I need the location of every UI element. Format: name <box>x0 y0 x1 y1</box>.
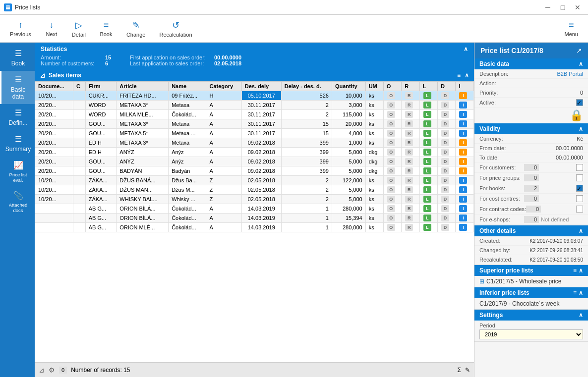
validity-section-header[interactable]: Validity ∧ <box>474 123 588 134</box>
l-btn[interactable]: L <box>423 158 431 165</box>
period-select[interactable]: 2019 2018 2017 <box>479 329 583 339</box>
r-btn[interactable]: R <box>405 215 413 221</box>
table-row[interactable]: 10/20... ZÁKA... DŽUS BANÁ... Džus Ba...… <box>35 176 474 185</box>
d-btn[interactable]: D <box>441 215 449 221</box>
d-btn[interactable]: D <box>441 149 449 156</box>
l-btn[interactable]: L <box>423 120 431 127</box>
sidebar-item-price-list-eval[interactable]: 📈 Price listeval. <box>0 157 35 187</box>
i-btn[interactable]: I <box>459 224 467 231</box>
sidebar-item-summary[interactable]: ☰ Summary <box>0 130 35 157</box>
l-btn[interactable]: L <box>423 177 431 184</box>
o-btn[interactable]: O <box>387 149 395 156</box>
l-btn[interactable]: L <box>423 215 431 221</box>
i-btn[interactable]: I <box>459 92 467 99</box>
table-row[interactable]: 20/20... GOU... METAXA 3* Metaxa A 30.11… <box>35 119 474 129</box>
table-row[interactable]: 20/20... WORD MILKA MLÉ... Čokolád... A … <box>35 110 474 119</box>
table-row[interactable]: 10/20... CUKR... FRITÉZA HD... 09 Fritéz… <box>35 91 474 101</box>
i-btn[interactable]: I <box>459 149 467 156</box>
sidebar-item-defin[interactable]: ☰ Defin... <box>0 104 35 130</box>
i-btn[interactable]: I <box>459 130 467 137</box>
d-btn[interactable]: D <box>441 102 449 108</box>
r-btn[interactable]: R <box>405 130 413 137</box>
table-row[interactable]: 20/20... WORD METAXA 3* Metaxa A 30.11.2… <box>35 101 474 110</box>
sum-icon[interactable]: Σ <box>458 367 461 374</box>
d-btn[interactable]: D <box>441 177 449 184</box>
l-btn[interactable]: L <box>423 102 431 108</box>
l-btn[interactable]: L <box>423 196 431 203</box>
d-btn[interactable]: D <box>441 120 449 127</box>
previous-button[interactable]: ↑ Previous <box>4 18 37 39</box>
r-btn[interactable]: R <box>405 205 413 212</box>
d-btn[interactable]: D <box>441 92 449 99</box>
r-btn[interactable]: R <box>405 196 413 203</box>
o-btn[interactable]: O <box>387 92 395 99</box>
for-customers-checkbox[interactable] <box>576 164 583 171</box>
superior-list-item[interactable]: ⊞ C1/2017/5 - Wholesale price <box>474 276 588 287</box>
i-btn[interactable]: I <box>459 139 467 146</box>
sales-items-menu-btn[interactable]: ≡ <box>457 72 461 79</box>
sidebar-item-attached-docs[interactable]: 📎 Attacheddocs <box>0 187 35 217</box>
r-btn[interactable]: R <box>405 111 413 118</box>
active-checkbox[interactable]: ✓ <box>576 99 583 106</box>
i-btn[interactable]: I <box>459 111 467 118</box>
d-btn[interactable]: D <box>441 130 449 137</box>
o-btn[interactable]: O <box>387 139 395 146</box>
i-btn[interactable]: I <box>459 205 467 212</box>
o-btn[interactable]: O <box>387 158 395 165</box>
o-btn[interactable]: O <box>387 224 395 231</box>
i-btn[interactable]: I <box>459 177 467 184</box>
menu-button[interactable]: ≡ Menu <box>558 18 584 39</box>
d-btn[interactable]: D <box>441 167 449 174</box>
o-btn[interactable]: O <box>387 196 395 203</box>
i-btn[interactable]: I <box>459 215 467 221</box>
basic-data-section-header[interactable]: Basic data ∧ <box>474 58 588 69</box>
table-row[interactable]: 20/20... GOU... METAXA 5* Metaxa ... A 3… <box>35 129 474 138</box>
settings-section-header[interactable]: Settings ∧ <box>474 310 588 321</box>
r-btn[interactable]: R <box>405 139 413 146</box>
r-btn[interactable]: R <box>405 149 413 156</box>
close-btn[interactable]: ✕ <box>571 2 584 12</box>
table-row[interactable]: AB G... ORION MLÉ... Čokolád... A 14.03.… <box>35 223 474 232</box>
recalculation-button[interactable]: ↺ Recalculation <box>153 18 198 40</box>
table-row[interactable]: AB G... ORION BÍLÁ... Čokolád... A 14.03… <box>35 214 474 223</box>
l-btn[interactable]: L <box>423 149 431 156</box>
i-btn[interactable]: I <box>459 167 467 174</box>
i-btn[interactable]: I <box>459 186 467 193</box>
for-books-checkbox[interactable]: ✓ <box>576 185 583 192</box>
inferior-lists-header[interactable]: Inferior price lists ≡ ∧ <box>474 287 588 298</box>
o-btn[interactable]: O <box>387 111 395 118</box>
table-row[interactable]: 20/20... ED H METAXA 3* Metaxa A 09.02.2… <box>35 138 474 148</box>
other-details-section-header[interactable]: Other details ∧ <box>474 225 588 236</box>
o-btn[interactable]: O <box>387 186 395 193</box>
l-btn[interactable]: L <box>423 205 431 212</box>
l-btn[interactable]: L <box>423 139 431 146</box>
d-btn[interactable]: D <box>441 205 449 212</box>
next-button[interactable]: ↓ Next <box>39 18 64 39</box>
l-btn[interactable]: L <box>423 186 431 193</box>
d-btn[interactable]: D <box>441 158 449 165</box>
d-btn[interactable]: D <box>441 186 449 193</box>
sidebar-item-book[interactable]: ☰ Book <box>0 45 35 71</box>
settings-status-icon[interactable]: ⚙ <box>49 366 55 374</box>
table-row[interactable]: 20/20... GOU... ANÝZ Anýz A 09.02.2018 3… <box>35 157 474 166</box>
inferior-list-item[interactable]: C1/2017/9 - Chocolate´s week <box>474 298 588 309</box>
for-contract-codes-checkbox[interactable] <box>576 206 583 213</box>
i-btn[interactable]: I <box>459 196 467 203</box>
minimize-btn[interactable]: ─ <box>541 2 554 12</box>
o-btn[interactable]: O <box>387 130 395 137</box>
maximize-btn[interactable]: □ <box>556 2 569 12</box>
table-row[interactable]: 10/20... ZÁKA... DŽUS MAN... Džus M... Z… <box>35 185 474 195</box>
sales-items-collapse-btn[interactable]: ∧ <box>465 72 469 79</box>
r-btn[interactable]: R <box>405 92 413 99</box>
table-row[interactable]: AB G... ORION BÍLÁ... Čokolád... A 14.03… <box>35 204 474 214</box>
o-btn[interactable]: O <box>387 167 395 174</box>
table-row[interactable]: 20/20... ED H ANÝZ Anýz A 09.02.2018 399… <box>35 148 474 157</box>
for-cost-centres-checkbox[interactable] <box>576 195 583 202</box>
l-btn[interactable]: L <box>423 224 431 231</box>
d-btn[interactable]: D <box>441 224 449 231</box>
change-button[interactable]: ✎ Change <box>120 18 152 40</box>
superior-lists-header[interactable]: Superior price lists ≡ ∧ <box>474 265 588 276</box>
i-btn[interactable]: I <box>459 158 467 165</box>
filter-status-icon[interactable]: ⊿ <box>39 366 45 374</box>
l-btn[interactable]: L <box>423 130 431 137</box>
